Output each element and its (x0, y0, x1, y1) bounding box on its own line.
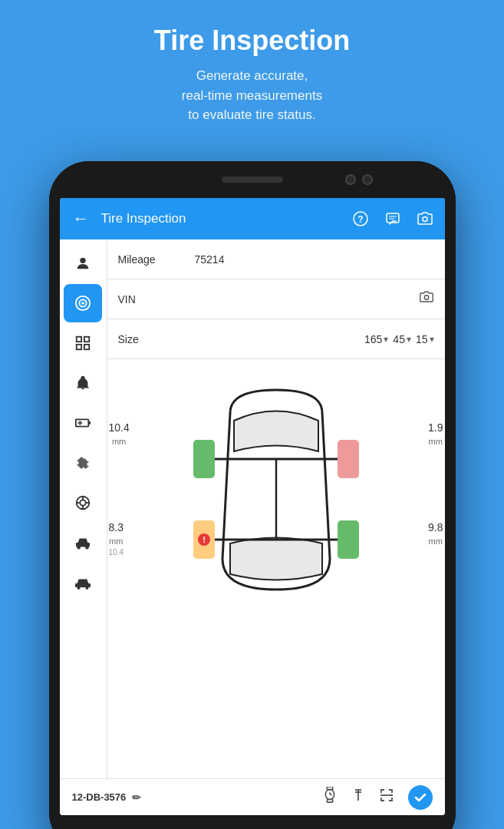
phone-screen: ← Tire Inspection ? (60, 198, 445, 815)
sidebar-item-engine[interactable] (64, 444, 102, 482)
sidebar-item-bell[interactable] (64, 364, 102, 402)
svg-point-28 (77, 586, 81, 590)
size-dropdown-width[interactable]: 165 ▾ (364, 333, 388, 345)
svg-point-29 (86, 586, 89, 590)
svg-point-25 (77, 546, 81, 550)
phone-frame: ← Tire Inspection ? (49, 161, 456, 829)
phone-speaker (222, 177, 283, 183)
phone-camera2 (362, 174, 373, 185)
svg-rect-44 (327, 800, 332, 803)
aspect-arrow-icon: ▾ (407, 334, 411, 345)
phone-device: ← Tire Inspection ? (49, 161, 456, 829)
svg-rect-11 (84, 337, 89, 342)
svg-point-30 (424, 296, 428, 299)
sidebar-item-battery[interactable] (64, 404, 102, 442)
app-bar-icons: ? (350, 208, 436, 230)
svg-text:!: ! (203, 535, 206, 544)
phone-camera (345, 174, 356, 185)
bottom-bar: 12-DB-3576 ✏ (60, 778, 445, 815)
svg-rect-43 (327, 787, 332, 790)
sidebar (60, 239, 107, 778)
back-button[interactable]: ← (69, 209, 94, 229)
svg-point-26 (85, 546, 89, 550)
car-svg-container: ! (115, 367, 437, 628)
svg-rect-35 (338, 440, 359, 478)
page-subtitle: Generate accurate,real-time measurements… (31, 66, 473, 125)
car-diagram: 10.4 mm 1.9 mm 8.3 mm 10.4 (107, 359, 445, 778)
license-plate: 12-DB-3576 ✏ (72, 791, 315, 804)
mileage-value: 75214 (180, 253, 434, 266)
bottom-actions (322, 785, 433, 810)
rim-arrow-icon: ▾ (430, 334, 434, 345)
svg-rect-34 (193, 440, 215, 478)
mileage-row: Mileage 75214 (107, 239, 445, 279)
size-rim-value: 15 (416, 333, 428, 345)
screen-content: Mileage 75214 VIN (60, 239, 445, 778)
size-row: Size 165 ▾ 45 ▾ 15 (107, 319, 445, 359)
phone-topbar (49, 161, 456, 198)
main-panel: Mileage 75214 VIN (107, 239, 445, 778)
svg-rect-39 (338, 520, 359, 559)
check-button[interactable] (408, 785, 433, 810)
vin-label: VIN (118, 293, 180, 306)
scan-icon[interactable] (379, 788, 394, 807)
plate-number: 12-DB-3576 (72, 791, 127, 803)
size-width-value: 165 (364, 333, 382, 345)
header-section: Tire Inspection Generate accurate,real-t… (0, 0, 504, 144)
mileage-label: Mileage (118, 253, 180, 266)
wrench-icon[interactable] (351, 787, 365, 808)
camera-icon[interactable] (414, 208, 436, 230)
size-dropdown-aspect[interactable]: 45 ▾ (393, 333, 411, 345)
svg-rect-13 (84, 345, 89, 349)
vin-row[interactable]: VIN (107, 279, 445, 319)
svg-point-9 (81, 302, 84, 305)
svg-rect-10 (77, 337, 81, 342)
message-icon[interactable] (382, 208, 404, 230)
help-icon[interactable]: ? (350, 208, 371, 230)
app-bar-title: Tire Inspection (101, 211, 342, 226)
svg-text:?: ? (357, 214, 363, 225)
vin-camera-icon[interactable] (419, 290, 434, 308)
phone-bottom-bar (49, 815, 456, 829)
size-dropdowns: 165 ▾ 45 ▾ 15 ▾ (180, 333, 434, 345)
sidebar-item-tire[interactable] (64, 284, 102, 322)
app-bar: ← Tire Inspection ? (60, 198, 445, 239)
svg-rect-12 (77, 345, 81, 349)
width-arrow-icon: ▾ (384, 334, 388, 345)
svg-point-5 (423, 217, 427, 222)
edit-icon[interactable]: ✏ (132, 791, 141, 804)
svg-point-6 (80, 258, 85, 263)
sidebar-item-wheel[interactable] (64, 484, 102, 522)
page-title: Tire Inspection (31, 25, 473, 57)
sidebar-item-suv[interactable] (64, 563, 102, 602)
sidebar-item-car[interactable] (64, 523, 102, 562)
size-dropdown-rim[interactable]: 15 ▾ (416, 333, 434, 345)
size-aspect-value: 45 (393, 333, 405, 345)
sidebar-item-person[interactable] (64, 244, 102, 282)
svg-point-19 (80, 500, 85, 505)
svg-rect-27 (75, 583, 91, 587)
sidebar-item-grid[interactable] (64, 324, 102, 362)
size-label: Size (118, 333, 180, 345)
watch-icon[interactable] (322, 787, 338, 808)
